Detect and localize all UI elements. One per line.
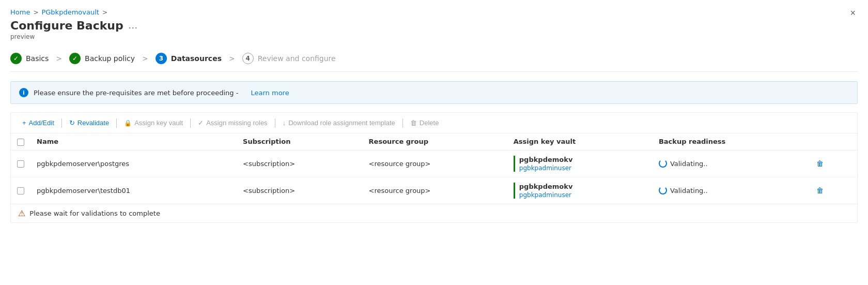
delete-button[interactable]: 🗑 Delete [406, 117, 443, 129]
revalidate-icon: ↺ [69, 119, 75, 127]
assign-key-vault-label: Assign key vault [134, 119, 183, 127]
row1-validating-cell: Validating.. [659, 159, 801, 168]
step-basics-icon: ✓ [10, 53, 22, 64]
revalidate-label: Revalidate [78, 119, 109, 127]
row2-key-vault: pgbkpdemokv pgbkpadminuser [507, 177, 653, 204]
step-review-icon: 4 [242, 53, 254, 64]
row2-spinner [659, 186, 667, 194]
page-subtitle: preview [10, 33, 858, 40]
step-basics[interactable]: ✓ Basics [10, 50, 56, 67]
row2-checkbox-cell [11, 177, 30, 204]
header-resource-group: Resource group [363, 133, 507, 150]
delete-icon: 🗑 [410, 119, 417, 127]
table-row: pgbkpdemoserver\testdb01 <subscription> … [11, 177, 857, 204]
wizard-steps: ✓ Basics > ✓ Backup policy > 3 Datasourc… [10, 50, 858, 72]
row1-kv-name: pgbkpdemokv [519, 156, 646, 163]
assign-missing-roles-label: Assign missing roles [206, 119, 268, 127]
row2-backup-readiness: Validating.. [653, 177, 807, 204]
download-template-button[interactable]: ↓ Download role assignment template [278, 117, 399, 129]
row1-name: pgbkpdemoserver\postgres [30, 150, 237, 177]
breadcrumb-sep2: > [102, 9, 107, 16]
assign-key-vault-button[interactable]: 🔒 Assign key vault [120, 117, 187, 129]
step-datasources-icon: 3 [156, 53, 167, 64]
breadcrumb-vault[interactable]: PGbkpdemovault [41, 8, 99, 16]
step-backup-policy-icon: ✓ [69, 53, 81, 64]
step-datasources[interactable]: 3 Datasources [156, 50, 229, 67]
info-banner: i Please ensure the pre-requisites are m… [10, 81, 858, 104]
footer-warning: ⚠ Please wait for validations to complet… [11, 204, 857, 222]
close-button[interactable]: × [850, 8, 856, 18]
table-header-row: Name Subscription Resource group Assign … [11, 133, 857, 150]
row1-status-text: Validating.. [670, 160, 708, 168]
step-sep-1: > [56, 54, 62, 63]
content-area: + Add/Edit ↺ Revalidate 🔒 Assign key vau… [10, 112, 858, 223]
table-row: pgbkpdemoserver\postgres <subscription> … [11, 150, 857, 177]
download-icon: ↓ [283, 119, 286, 127]
row1-kv-cell: pgbkpdemokv pgbkpadminuser [514, 156, 646, 172]
toolbar-sep-2 [116, 118, 117, 128]
checkmark-icon: ✓ [198, 119, 204, 127]
revalidate-button[interactable]: ↺ Revalidate [65, 117, 113, 129]
row1-backup-readiness: Validating.. [653, 150, 807, 177]
warning-icon: ⚠ [18, 208, 25, 218]
add-edit-label: Add/Edit [29, 119, 54, 127]
datasource-table: Name Subscription Resource group Assign … [11, 133, 857, 204]
header-backup-readiness: Backup readiness [653, 133, 807, 150]
toolbar-sep-5 [402, 118, 403, 128]
header-name: Name [30, 133, 237, 150]
header-actions [807, 133, 857, 150]
page-title: Configure Backup [10, 19, 123, 32]
step-basics-label: Basics [26, 54, 49, 63]
row2-name: pgbkpdemoserver\testdb01 [30, 177, 237, 204]
step-review[interactable]: 4 Review and configure [242, 50, 343, 67]
row1-spinner [659, 159, 667, 168]
header-assign-key-vault: Assign key vault [507, 133, 653, 150]
add-edit-button[interactable]: + Add/Edit [18, 117, 58, 129]
info-icon: i [19, 88, 28, 97]
row2-kv-user: pgbkpadminuser [519, 191, 646, 199]
toolbar-sep-1 [61, 118, 62, 128]
row2-resource-group: <resource group> [363, 177, 507, 204]
row1-key-vault: pgbkpdemokv pgbkpadminuser [507, 150, 653, 177]
warning-text: Please wait for validations to complete [29, 209, 160, 217]
row2-kv-name: pgbkpdemokv [519, 183, 646, 190]
info-text: Please ensure the pre-requisites are met… [34, 89, 238, 97]
breadcrumb: Home > PGbkpdemovault > [10, 0, 858, 16]
plus-icon: + [22, 119, 26, 127]
row2-subscription: <subscription> [237, 177, 363, 204]
row2-kv-cell: pgbkpdemokv pgbkpadminuser [514, 183, 646, 199]
toolbar-sep-3 [190, 118, 191, 128]
row1-delete-button[interactable]: 🗑 [813, 158, 827, 169]
header-checkbox[interactable] [17, 139, 24, 146]
lock-icon: 🔒 [124, 119, 132, 127]
row1-kv-user: pgbkpadminuser [519, 164, 646, 172]
row1-action-cell: 🗑 [807, 150, 857, 177]
download-template-label: Download role assignment template [288, 119, 395, 127]
page-title-row: Configure Backup ... [10, 19, 858, 32]
step-sep-3: > [229, 54, 235, 63]
step-backup-policy-label: Backup policy [85, 54, 135, 63]
row2-checkbox[interactable] [17, 187, 24, 194]
step-review-label: Review and configure [258, 54, 336, 63]
breadcrumb-sep1: > [33, 9, 38, 16]
ellipsis-menu-button[interactable]: ... [129, 20, 138, 31]
row1-resource-group: <resource group> [363, 150, 507, 177]
row1-subscription: <subscription> [237, 150, 363, 177]
assign-missing-roles-button[interactable]: ✓ Assign missing roles [194, 117, 272, 129]
row2-action-cell: 🗑 [807, 177, 857, 204]
learn-more-link[interactable]: Learn more [251, 89, 289, 97]
toolbar-sep-4 [275, 118, 275, 128]
step-sep-2: > [142, 54, 148, 63]
row1-checkbox-cell [11, 150, 30, 177]
row2-delete-button[interactable]: 🗑 [813, 185, 827, 196]
header-checkbox-cell [11, 133, 30, 150]
header-subscription: Subscription [237, 133, 363, 150]
breadcrumb-home[interactable]: Home [10, 8, 30, 16]
row2-validating-cell: Validating.. [659, 186, 801, 194]
row2-status-text: Validating.. [670, 187, 708, 194]
step-backup-policy[interactable]: ✓ Backup policy [69, 50, 142, 67]
toolbar: + Add/Edit ↺ Revalidate 🔒 Assign key vau… [11, 113, 857, 133]
delete-label: Delete [420, 119, 439, 127]
step-datasources-label: Datasources [171, 54, 222, 63]
row1-checkbox[interactable] [17, 160, 24, 168]
